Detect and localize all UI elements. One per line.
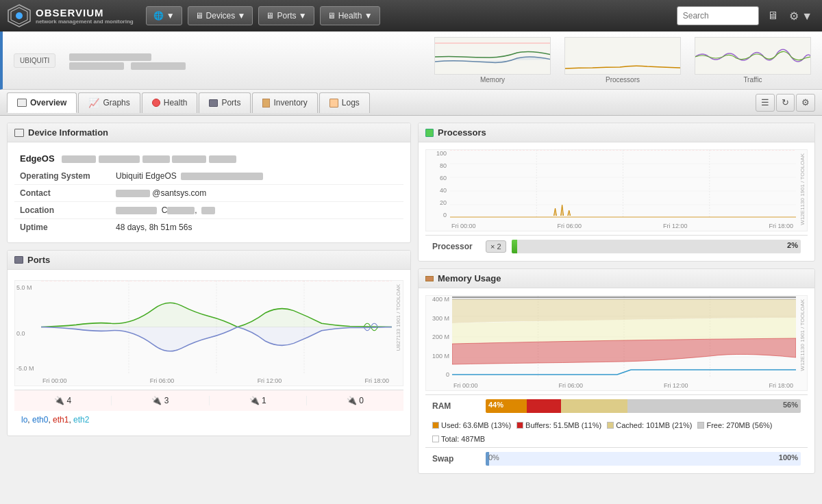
device-info-body: EdgeOS Operating System Ubiquiti EdgeOS [8,142,410,242]
legend-total-dot [432,436,439,442]
globe-arrow: ▼ [166,11,175,21]
device-info-table: Operating System Ubiquiti EdgeOS Contact… [14,168,403,236]
port-x-label-2: Fri 06:00 [150,377,175,384]
monitor-button[interactable]: 🖥 [764,7,781,25]
legend-free: Free: 270MB (56%) [697,421,772,429]
table-row: Operating System Ubiquiti EdgeOS [14,168,403,185]
port-stats: 🔌 4 🔌 3 🔌 1 🔌 0 [14,390,403,411]
right-column: Processors 100 80 60 40 20 0 W12E1130 19… [418,123,815,474]
memory-icon [425,276,434,281]
ports-tab-icon [209,99,218,107]
link-eth2[interactable]: eth2 [73,415,89,425]
ports-panel-body: 5.0 M 0.0 -5.0 M U827133 1901 / TOOLOAK [8,270,410,436]
inventory-tab-icon [262,99,270,108]
legend-cached: Cached: 101MB (21%) [607,421,692,429]
legend-free-dot [697,422,704,429]
tab-health[interactable]: Health [142,92,198,113]
processors-icon [425,129,434,137]
list-view-button[interactable]: ☰ [756,94,775,112]
ram-buffers-fill [527,399,562,413]
settings-button[interactable]: ⚙ ▼ [786,7,815,25]
device-info-header: Device Information [8,123,410,142]
svg-rect-5 [565,38,681,75]
legend-buffers-dot [516,422,523,429]
port-stat-up: 🔌 4 [14,396,112,405]
ram-bar: 44% 56% [486,399,801,413]
processors-graph: 100 80 60 40 20 0 W12E1130 1901 / TOOLOA… [425,149,808,231]
device-info-panel: Device Information EdgeOS Operating Syst… [7,123,411,243]
monitor-icon: 🖥 [195,11,203,21]
port-stat-down: 🔌 1 [210,396,307,405]
proc-svg [450,150,796,218]
ram-bar-row: RAM 44% 56% [425,394,808,417]
device-header: UBIQUITI Memory [0,32,822,90]
graphs-icon: 📈 [88,98,99,108]
left-column: Device Information EdgeOS Operating Syst… [7,123,411,474]
swap-bar: 0% 100% [486,452,801,466]
ports-panel-header: Ports [8,251,410,270]
proc-y-100: 100 [427,150,447,157]
ports-panel: Ports 5.0 M 0.0 -5.0 M U827133 1901 / TO… [7,250,411,436]
proc-y-80: 80 [427,162,447,169]
port-down-icon: 🔌 [249,396,260,405]
processor-bar-row: Processor × 2 2% [425,235,808,257]
globe-icon: 🌐 [153,11,164,21]
processor-bar: 2% [512,240,801,253]
ports-icon: 🖥 [266,11,274,21]
search-input[interactable] [677,6,759,25]
logo-sub: network management and monitoring [36,18,134,25]
link-eth1[interactable]: eth1 [53,415,68,425]
globe-button[interactable]: 🌐 ▼ [146,6,182,25]
memory-panel-body: 400 M 300 M 200 M 100 M 0 W12E1130 1901 … [419,288,814,473]
proc-y-60: 60 [427,175,447,181]
navbar: OBSERVIUM network management and monitor… [0,0,822,32]
logs-tab-icon [329,99,338,108]
port-disabled-icon: 🔌 [347,396,357,405]
port-up-icon: 🔌 [54,396,64,405]
device-info-icon [14,129,24,137]
device-name-blurred [69,53,151,61]
ports-button[interactable]: 🖥 Ports ▼ [258,6,314,25]
ports-graph: 5.0 M 0.0 -5.0 M U827133 1901 / TOOLOAK [14,280,403,386]
ports-graph-svg [41,281,392,373]
table-row: Location C , [14,202,403,219]
tab-graphs[interactable]: 📈 Graphs [78,92,140,113]
port-connected-icon: 🔌 [151,396,162,405]
link-lo[interactable]: lo [21,415,27,425]
logo-text: OBSERVIUM [36,7,104,18]
legend-buffers: Buffers: 51.5MB (11%) [516,421,601,429]
ports-panel-icon [14,256,23,264]
proc-y-0: 0 [427,212,447,218]
port-links: lo, eth0, eth1, eth2 [14,411,403,429]
tab-logs[interactable]: Logs [319,92,370,113]
graph-memory-label: Memory [434,76,551,84]
tabs-bar: Overview 📈 Graphs Health Ports Inventory… [0,90,822,116]
swap-bar-row: Swap 0% 100% [425,447,808,470]
refresh-button[interactable]: ↻ [776,94,795,112]
logo: OBSERVIUM network management and monitor… [7,3,134,28]
mini-graph-processors: Processors [564,37,681,84]
tab-overview[interactable]: Overview [7,92,77,113]
graph-processors-label: Processors [564,76,681,84]
tab-ports[interactable]: Ports [199,92,251,113]
memory-graph: 400 M 300 M 200 M 100 M 0 W12E1130 1901 … [425,295,808,391]
ram-legend: Used: 63.6MB (13%) Buffers: 51.5MB (11%)… [425,417,808,447]
port-x-label-1: Fri 00:00 [42,377,67,384]
ram-free-fill [627,399,801,413]
svg-rect-6 [695,38,811,75]
port-stat-disabled: 🔌 0 [307,396,403,405]
devices-button[interactable]: 🖥 Devices ▼ [188,6,253,25]
link-eth0[interactable]: eth0 [32,415,48,425]
tab-inventory[interactable]: Inventory [252,92,317,113]
memory-panel-header: Memory Usage [419,269,814,288]
health-button[interactable]: 🖥 Health ▼ [320,6,380,25]
processors-panel-header: Processors [419,123,814,142]
processors-panel-body: 100 80 60 40 20 0 W12E1130 1901 / TOOLOA… [419,142,814,261]
table-row: Contact @santsys.com [14,185,403,202]
settings-tab-button[interactable]: ⚙ [796,94,815,112]
device-graphs: Memory Processors Traffic [434,37,811,84]
graph-traffic-label: Traffic [695,76,811,84]
device-name [69,51,185,62]
svg-point-2 [16,12,23,19]
memory-panel: Memory Usage 400 M 300 M 200 M 100 M 0 W… [418,268,815,474]
